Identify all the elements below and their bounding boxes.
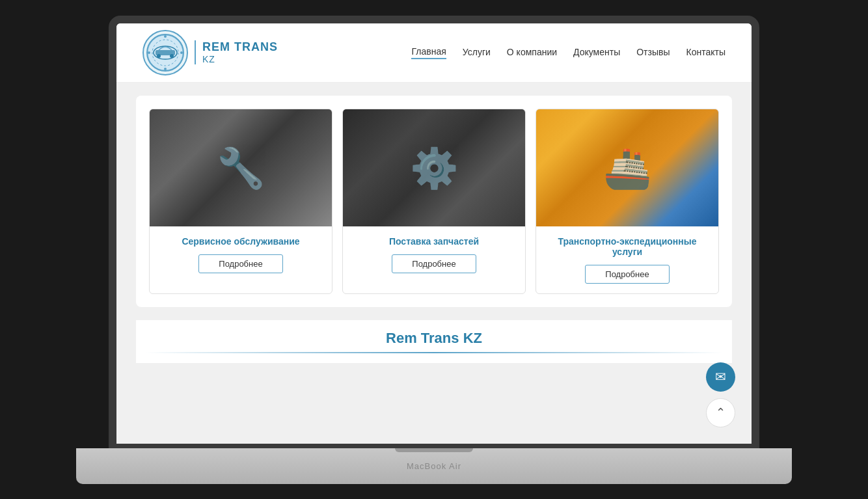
logo-icon [142,30,188,75]
nav-documents[interactable]: Документы [573,47,620,59]
main-content: Сервисное обслуживание Подробнее Поставк… [116,83,752,444]
nav-services[interactable]: Услуги [463,47,491,59]
section-title: Rem Trans KZ [146,330,722,347]
main-nav: Главная Услуги О компании Документы Отзы… [411,46,726,59]
card-btn-3[interactable]: Подробнее [585,265,669,284]
card-title-1: Сервисное обслуживание [182,236,299,247]
svg-point-9 [148,51,150,54]
svg-point-10 [180,51,183,54]
float-top-button[interactable]: ⌃ [706,398,735,427]
laptop-frame: REM TRANS KZ Главная Услуги О компании Д… [76,16,792,484]
services-section: Сервисное обслуживание Подробнее Поставк… [136,96,732,307]
email-icon: ✉ [715,369,726,384]
laptop-screen: REM TRANS KZ Главная Услуги О компании Д… [109,16,759,452]
card-image-shipping [536,109,718,226]
card-btn-1[interactable]: Подробнее [198,254,282,273]
nav-reviews[interactable]: Отзывы [636,47,670,59]
section-underline [146,352,722,353]
nav-contacts[interactable]: Контакты [686,47,726,59]
svg-point-5 [170,54,174,58]
nav-home[interactable]: Главная [411,46,446,59]
card-body-1: Сервисное обслуживание Подробнее [150,226,332,293]
logo-subtitle: KZ [202,54,278,64]
card-title-2: Поставка запчастей [389,236,479,247]
logo-title: REM TRANS [202,40,278,54]
card-btn-2[interactable]: Подробнее [392,254,476,273]
float-email-button[interactable]: ✉ [706,362,735,392]
svg-point-7 [164,35,167,38]
card-title-3: Транспортно-экспедиционные услуги [546,236,709,257]
website: REM TRANS KZ Главная Услуги О компании Д… [116,23,752,444]
card-image-parts [343,109,525,226]
logo-text: REM TRANS KZ [195,40,278,64]
nav-about[interactable]: О компании [507,47,557,59]
card-service-maintenance: Сервисное обслуживание Подробнее [149,109,332,294]
laptop-base [76,448,792,484]
card-parts-supply: Поставка запчастей Подробнее [342,109,526,294]
top-icon: ⌃ [716,405,726,420]
screen-content: REM TRANS KZ Главная Услуги О компании Д… [116,23,752,444]
card-image-mechanic [150,109,332,226]
svg-point-8 [164,68,167,70]
card-body-2: Поставка запчастей Подробнее [343,226,525,293]
site-header: REM TRANS KZ Главная Услуги О компании Д… [116,23,752,83]
cards-grid: Сервисное обслуживание Подробнее Поставк… [149,109,719,294]
svg-point-4 [157,54,161,58]
card-body-3: Транспортно-экспедиционные услуги Подроб… [536,226,718,293]
card-transport: Транспортно-экспедиционные услуги Подроб… [536,109,719,294]
section-title-bar: Rem Trans KZ [136,320,732,363]
logo-area: REM TRANS KZ [142,30,278,75]
